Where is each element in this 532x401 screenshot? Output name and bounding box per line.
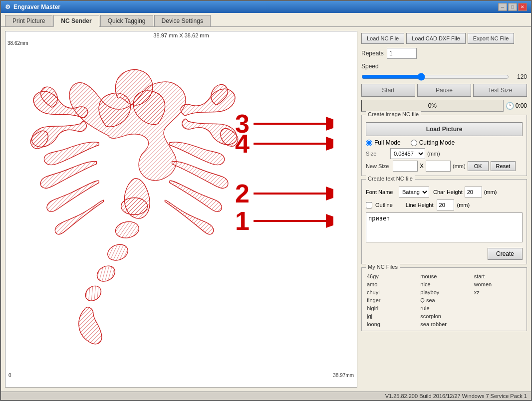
font-name-label: Font Name xyxy=(366,189,397,195)
progress-timer-row: 0% 🕐 0:00 xyxy=(361,100,527,112)
progress-text: 0% xyxy=(428,102,437,109)
file-item[interactable]: loong xyxy=(366,321,415,328)
pause-button[interactable]: Pause xyxy=(417,84,471,97)
size-select[interactable]: 0.08457 xyxy=(390,148,425,159)
file-item[interactable] xyxy=(473,297,523,304)
file-item[interactable]: mouse xyxy=(419,273,469,280)
full-mode-radio-label[interactable]: Full Mode xyxy=(366,139,401,146)
size-row: Size 0.08457 (mm) xyxy=(366,148,523,159)
load-cad-button[interactable]: Load CAD DXF File xyxy=(406,33,466,44)
file-item[interactable]: scorpion xyxy=(419,313,469,320)
timer-text: 0:00 xyxy=(516,102,527,109)
new-size-row: New Size X (mm) OK Reset xyxy=(366,161,523,172)
file-item[interactable]: Q sea xyxy=(419,297,469,304)
start-button[interactable]: Start xyxy=(361,84,415,97)
load-nc-button[interactable]: Load NC File xyxy=(361,33,404,44)
char-height-label: Char Height xyxy=(433,189,463,195)
version-text: V1.25.82.200 Build 2016/12/27 Windows 7 … xyxy=(385,393,527,399)
maximize-button[interactable]: □ xyxy=(508,3,517,11)
new-size-label: New Size xyxy=(366,163,391,169)
right-panel: Load NC File Load CAD DXF File Export NC… xyxy=(361,27,531,392)
svg-point-4 xyxy=(94,263,118,284)
font-select[interactable]: Batang xyxy=(399,187,429,198)
tab-nc-sender[interactable]: NC Sender xyxy=(53,15,99,27)
new-size-y-input[interactable] xyxy=(426,161,451,172)
svg-point-2 xyxy=(114,220,140,240)
file-item[interactable]: nice xyxy=(419,281,469,288)
size-unit: (mm) xyxy=(427,151,440,157)
canvas-zero-label: 0 xyxy=(8,373,11,378)
speed-row: Speed xyxy=(361,63,527,70)
main-content: 38.97 mm X 38.62 mm 38.62mm 38.97mm 0 xyxy=(1,27,531,392)
main-window: ⚙ Engraver Master ─ □ ✕ Print Picture NC… xyxy=(0,0,532,401)
line-height-unit: (mm) xyxy=(457,202,470,208)
text-content-area[interactable]: привет xyxy=(366,212,523,242)
repeats-row: Repeats xyxy=(361,48,527,59)
new-size-x-input[interactable] xyxy=(393,161,418,172)
speed-value: 120 xyxy=(512,73,527,80)
speed-slider[interactable] xyxy=(361,73,509,81)
timer-section: 🕐 0:00 xyxy=(506,102,527,110)
ok-button[interactable]: OK xyxy=(468,161,489,171)
mode-radio-group: Full Mode Cutting Mode xyxy=(366,139,523,146)
repeats-label: Repeats xyxy=(361,50,384,57)
create-image-section: Create image NC file Load Picture Full M… xyxy=(361,115,527,176)
export-nc-button[interactable]: Export NC File xyxy=(468,33,515,44)
line-height-input[interactable] xyxy=(437,200,454,210)
size-label: Size xyxy=(366,151,388,157)
file-item[interactable]: chuyi xyxy=(366,289,415,296)
line-height-label: Line Height xyxy=(406,202,434,208)
minimize-button[interactable]: ─ xyxy=(498,3,507,11)
reset-button[interactable]: Reset xyxy=(491,161,516,171)
load-picture-button[interactable]: Load Picture xyxy=(366,122,523,136)
svg-point-3 xyxy=(105,242,130,263)
canvas-area: 38.97 mm X 38.62 mm 38.62mm 38.97mm 0 xyxy=(5,31,357,388)
tab-device-settings[interactable]: Device Settings xyxy=(154,15,211,26)
title-bar: ⚙ Engraver Master ─ □ ✕ xyxy=(1,1,531,13)
control-buttons-row: Start Pause Test Size xyxy=(361,84,527,97)
title-bar-controls: ─ □ ✕ xyxy=(498,3,527,11)
create-button[interactable]: Create xyxy=(488,248,523,260)
outline-label: Outline xyxy=(375,202,393,208)
svg-point-5 xyxy=(82,283,104,304)
file-item[interactable]: playboy xyxy=(419,289,469,296)
char-height-input[interactable] xyxy=(465,187,482,198)
file-item[interactable]: start xyxy=(473,273,523,280)
file-item[interactable]: sea robber xyxy=(419,321,469,328)
tab-bar: Print Picture NC Sender Quick Tagging De… xyxy=(1,13,531,27)
create-image-title: Create image NC file xyxy=(366,111,421,117)
file-item[interactable]: finger xyxy=(366,297,415,304)
file-item[interactable] xyxy=(473,313,523,320)
file-item[interactable]: 46gy xyxy=(366,273,415,280)
file-item[interactable]: rule xyxy=(419,305,469,312)
progress-bar: 0% xyxy=(361,100,504,112)
files-grid: 46gymousestartamonicewomenchuyiplayboyxz… xyxy=(366,273,523,328)
create-text-section: Create text NC file Font Name Batang Cha… xyxy=(361,179,527,264)
font-row: Font Name Batang Char Height (mm) xyxy=(366,187,523,198)
outline-checkbox[interactable] xyxy=(366,202,372,208)
repeats-input[interactable] xyxy=(387,48,417,59)
file-item[interactable] xyxy=(473,321,523,328)
cutting-mode-radio[interactable] xyxy=(411,140,417,146)
tab-quick-tagging[interactable]: Quick Tagging xyxy=(100,15,153,26)
file-item[interactable] xyxy=(473,305,523,312)
full-mode-radio[interactable] xyxy=(366,140,372,146)
file-item[interactable]: higirl xyxy=(366,305,415,312)
char-height-unit: (mm) xyxy=(484,189,497,195)
file-item[interactable]: xz xyxy=(473,289,523,296)
file-item[interactable]: amo xyxy=(366,281,415,288)
test-size-button[interactable]: Test Size xyxy=(473,84,527,97)
cutting-mode-radio-label[interactable]: Cutting Mode xyxy=(411,139,455,146)
new-size-unit: (mm) xyxy=(453,163,466,169)
tab-print-picture[interactable]: Print Picture xyxy=(5,15,52,26)
close-button[interactable]: ✕ xyxy=(518,3,527,11)
status-bar: V1.25.82.200 Build 2016/12/27 Windows 7 … xyxy=(1,392,531,400)
app-title: Engraver Master xyxy=(13,3,60,10)
create-text-title: Create text NC file xyxy=(366,176,415,182)
my-nc-files-section: My NC Files 46gymousestartamonicewomench… xyxy=(361,267,527,331)
scorpion-drawing xyxy=(15,41,305,381)
file-item[interactable]: jgj xyxy=(366,313,415,320)
my-nc-files-title: My NC Files xyxy=(366,264,400,270)
speed-label: Speed xyxy=(361,63,384,70)
file-item[interactable]: women xyxy=(473,281,523,288)
